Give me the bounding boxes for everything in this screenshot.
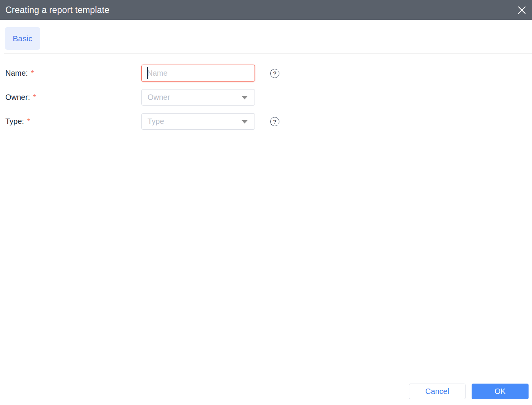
tab-basic-label: Basic — [13, 34, 32, 43]
ok-button-label: OK — [495, 387, 506, 396]
dialog-header: Creating a report template — [0, 0, 532, 20]
tab-divider — [4, 54, 532, 54]
cancel-button[interactable]: Cancel — [409, 384, 466, 399]
type-help-icon[interactable]: ? — [270, 117, 279, 126]
help-glyph: ? — [273, 70, 276, 76]
owner-label-wrap: Owner: * — [0, 93, 141, 102]
name-input-wrap — [141, 65, 255, 82]
type-label: Type: — [5, 117, 24, 126]
ok-button[interactable]: OK — [472, 384, 529, 399]
type-select[interactable]: Type — [141, 113, 255, 130]
type-label-wrap: Type: * — [0, 117, 141, 126]
chevron-down-icon — [242, 120, 248, 124]
type-select-placeholder: Type — [148, 117, 164, 126]
chevron-down-icon — [242, 96, 248, 99]
name-label: Name: — [5, 69, 28, 78]
name-help-icon[interactable]: ? — [270, 69, 279, 78]
owner-select-placeholder: Owner — [148, 93, 170, 102]
owner-required-asterisk: * — [33, 93, 36, 102]
tab-basic[interactable]: Basic — [5, 27, 40, 50]
owner-label: Owner: — [5, 93, 30, 102]
form-row-owner: Owner: * Owner — [0, 89, 532, 106]
name-label-wrap: Name: * — [0, 69, 141, 78]
cancel-button-label: Cancel — [425, 387, 449, 396]
form-row-type: Type: * Type ? — [0, 113, 532, 130]
owner-select[interactable]: Owner — [141, 89, 255, 106]
help-glyph: ? — [273, 118, 276, 125]
name-required-asterisk: * — [31, 69, 34, 78]
dialog-title: Creating a report template — [5, 5, 109, 15]
form-row-name: Name: * ? — [0, 65, 532, 82]
close-icon[interactable] — [516, 4, 527, 16]
name-input[interactable] — [141, 65, 255, 82]
type-required-asterisk: * — [27, 117, 30, 126]
